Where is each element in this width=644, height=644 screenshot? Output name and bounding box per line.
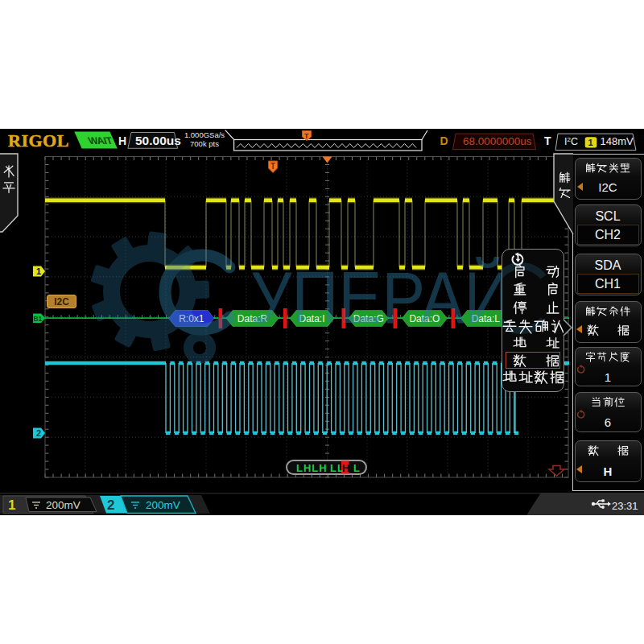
svg-text:T: T bbox=[304, 132, 309, 140]
svg-text:200mV: 200mV bbox=[146, 499, 180, 511]
svg-text:200mV: 200mV bbox=[46, 499, 80, 511]
svg-text:2: 2 bbox=[36, 428, 41, 438]
svg-text:2: 2 bbox=[107, 497, 114, 513]
svg-text:T: T bbox=[544, 134, 551, 147]
svg-text:Data:I: Data:I bbox=[299, 313, 324, 324]
svg-text:R:0x1: R:0x1 bbox=[179, 313, 204, 324]
svg-text:Data:O: Data:O bbox=[409, 313, 440, 324]
svg-text:L: L bbox=[353, 462, 360, 474]
svg-text:T: T bbox=[270, 162, 275, 171]
svg-text:148mV: 148mV bbox=[601, 135, 634, 147]
svg-text:Data:G: Data:G bbox=[353, 313, 384, 324]
svg-text:LHLH: LHLH bbox=[296, 462, 328, 474]
svg-text:50.00us: 50.00us bbox=[135, 134, 181, 147]
svg-text:H: H bbox=[342, 462, 349, 474]
svg-text:23:31: 23:31 bbox=[612, 500, 638, 512]
svg-text:B1: B1 bbox=[34, 315, 43, 323]
svg-text:D: D bbox=[440, 134, 448, 147]
svg-text:1: 1 bbox=[8, 497, 15, 513]
svg-text:I2C: I2C bbox=[564, 136, 578, 147]
svg-text:Data:L: Data:L bbox=[472, 313, 501, 324]
svg-text:Data:R: Data:R bbox=[237, 313, 268, 324]
svg-text:1: 1 bbox=[36, 266, 41, 276]
svg-text:WAIT: WAIT bbox=[86, 134, 114, 147]
svg-text:68.0000000us: 68.0000000us bbox=[463, 135, 532, 147]
svg-text:1: 1 bbox=[588, 138, 593, 147]
